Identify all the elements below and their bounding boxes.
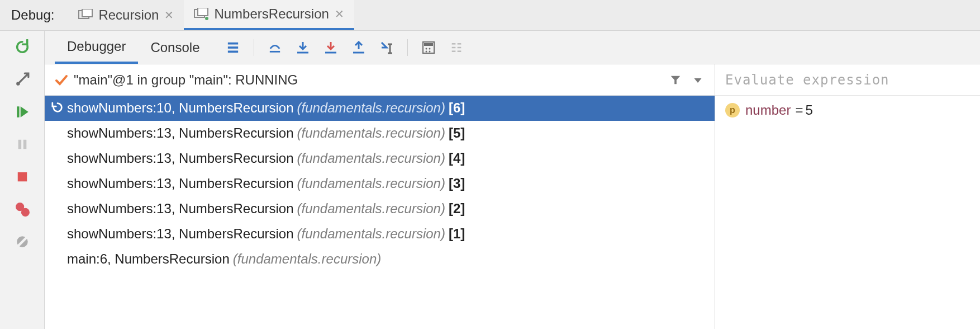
debugger-toolbar: Debugger Console <box>45 31 980 64</box>
step-over-icon[interactable] <box>268 40 282 55</box>
frame-method: showNumbers:10, NumbersRecursion <box>67 100 294 116</box>
view-breakpoints-icon[interactable] <box>14 201 31 218</box>
variable-name: number <box>745 102 791 118</box>
run-config-tabstrip: Debug: Recursion ✕ NumbersRecursion ✕ <box>0 0 980 31</box>
thread-dump-icon[interactable] <box>226 40 240 55</box>
frame-index: [1] <box>449 226 465 242</box>
frame-method: showNumbers:13, NumbersRecursion <box>67 125 294 141</box>
close-icon[interactable]: ✕ <box>164 8 174 22</box>
svg-rect-10 <box>17 172 27 182</box>
frame-package: (fundamentals.recursion) <box>297 176 445 191</box>
filter-icon[interactable] <box>669 73 682 87</box>
rerun-icon[interactable] <box>14 39 31 55</box>
resume-icon[interactable] <box>14 104 31 120</box>
svg-point-33 <box>429 50 431 52</box>
dropdown-icon[interactable] <box>691 73 705 87</box>
check-icon <box>55 73 68 87</box>
stack-frame[interactable]: showNumbers:13, NumbersRecursion (fundam… <box>45 222 715 247</box>
variable-list[interactable]: pnumber=5 <box>715 96 980 329</box>
thread-label: "main"@1 in group "main": RUNNING <box>74 72 660 88</box>
stack-frame[interactable]: showNumbers:10, NumbersRecursion (fundam… <box>45 96 715 121</box>
svg-point-31 <box>429 48 431 49</box>
svg-rect-3 <box>198 8 208 16</box>
tab-debugger[interactable]: Debugger <box>55 31 138 64</box>
tab-title: NumbersRecursion <box>214 6 329 22</box>
drop-frame-icon[interactable] <box>51 101 64 114</box>
svg-point-32 <box>426 50 427 52</box>
frame-index: [3] <box>449 176 465 191</box>
equals-sign: = <box>795 102 803 118</box>
variable-value: 5 <box>805 102 812 118</box>
frame-package: (fundamentals.recursion) <box>233 251 381 267</box>
thread-selector[interactable]: "main"@1 in group "main": RUNNING <box>45 64 715 96</box>
svg-point-5 <box>16 82 20 86</box>
trace-current-stream-chain-icon[interactable] <box>449 40 464 55</box>
svg-rect-8 <box>18 140 21 149</box>
evaluate-expression-input[interactable]: Evaluate expression <box>715 64 980 96</box>
stack-frame[interactable]: showNumbers:13, NumbersRecursion (fundam… <box>45 196 715 222</box>
frame-method: showNumbers:13, NumbersRecursion <box>67 176 294 191</box>
tab-title: Recursion <box>98 7 159 23</box>
variable-row[interactable]: pnumber=5 <box>715 100 980 120</box>
frame-index: [4] <box>449 151 465 166</box>
svg-marker-7 <box>20 106 28 118</box>
svg-marker-41 <box>694 78 701 82</box>
frames-pane: "main"@1 in group "main": RUNNING showNu… <box>45 64 715 329</box>
step-out-icon[interactable] <box>351 40 366 55</box>
frame-method: showNumbers:13, NumbersRecursion <box>67 226 294 242</box>
force-step-into-icon[interactable] <box>324 40 338 55</box>
settings-icon[interactable] <box>14 71 31 88</box>
frame-package: (fundamentals.recursion) <box>297 125 445 141</box>
svg-point-12 <box>21 208 29 217</box>
svg-rect-1 <box>82 9 92 17</box>
step-into-icon[interactable] <box>296 40 310 55</box>
frame-package: (fundamentals.recursion) <box>297 226 445 242</box>
svg-point-30 <box>426 48 427 49</box>
frame-package: (fundamentals.recursion) <box>297 100 445 116</box>
debug-side-toolbar <box>0 31 45 329</box>
frame-method: showNumbers:13, NumbersRecursion <box>67 201 294 217</box>
stack-frame[interactable]: main:6, NumbersRecursion (fundamentals.r… <box>45 247 715 272</box>
variable-kind-badge: p <box>725 103 740 118</box>
frame-index: [2] <box>449 201 465 217</box>
close-icon[interactable]: ✕ <box>335 7 344 21</box>
variables-pane: Evaluate expression pnumber=5 <box>715 64 980 329</box>
stack-frame[interactable]: showNumbers:13, NumbersRecursion (fundam… <box>45 121 715 146</box>
mute-breakpoints-icon[interactable] <box>14 233 31 250</box>
run-config-icon <box>78 9 93 21</box>
stack-frame[interactable]: showNumbers:13, NumbersRecursion (fundam… <box>45 171 715 196</box>
frame-package: (fundamentals.recursion) <box>297 201 445 217</box>
evaluate-expression-icon[interactable] <box>421 40 436 55</box>
frame-index: [6] <box>449 100 465 116</box>
svg-rect-6 <box>17 106 19 118</box>
run-config-tab-recursion[interactable]: Recursion ✕ <box>68 0 184 30</box>
run-config-tab-numbersrecursion[interactable]: NumbersRecursion ✕ <box>184 0 354 30</box>
frame-method: main:6, NumbersRecursion <box>67 251 230 267</box>
debug-label: Debug: <box>11 7 54 23</box>
frame-package: (fundamentals.recursion) <box>297 151 445 166</box>
frame-index: [5] <box>449 125 465 141</box>
tab-console[interactable]: Console <box>138 31 212 64</box>
svg-marker-40 <box>671 76 681 84</box>
evaluate-placeholder: Evaluate expression <box>725 72 889 88</box>
run-to-cursor-icon[interactable] <box>379 40 394 55</box>
pause-icon[interactable] <box>14 136 31 153</box>
stop-icon[interactable] <box>14 168 31 185</box>
svg-rect-29 <box>424 43 433 46</box>
run-config-icon <box>194 8 208 20</box>
svg-rect-9 <box>23 140 26 149</box>
svg-point-4 <box>205 17 208 20</box>
frame-list[interactable]: showNumbers:10, NumbersRecursion (fundam… <box>45 96 715 329</box>
frame-method: showNumbers:13, NumbersRecursion <box>67 151 294 166</box>
stack-frame[interactable]: showNumbers:13, NumbersRecursion (fundam… <box>45 146 715 171</box>
